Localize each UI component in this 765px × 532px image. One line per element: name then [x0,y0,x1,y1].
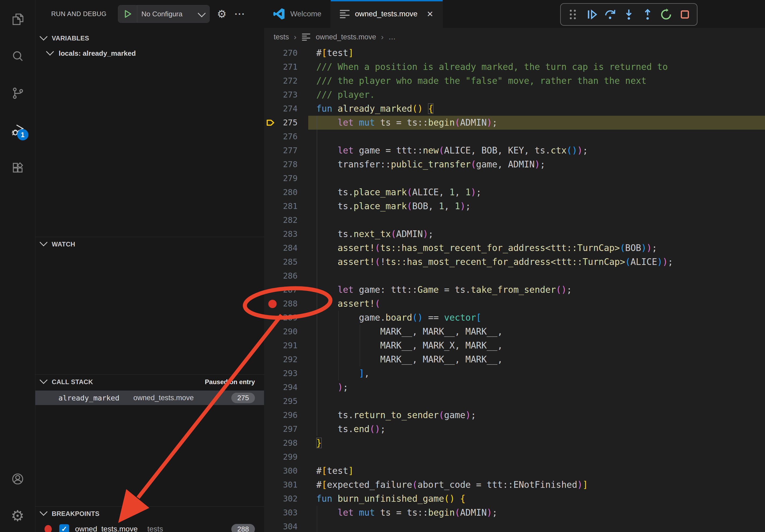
close-icon[interactable]: ✕ [427,9,433,19]
breadcrumb-separator: › [381,32,383,42]
section-watch[interactable]: WATCH [35,237,264,251]
code-line-277: 277 let game = ttt::new(ALICE, BOB, KEY,… [264,143,765,157]
code-line-284: 284 assert!(ts::has_most_recent_for_addr… [264,241,765,255]
line-number[interactable]: 303 [264,506,298,520]
line-number[interactable]: 298 [264,436,298,450]
line-number[interactable]: 290 [264,325,298,339]
toolbar-drag-handle-icon[interactable] [565,7,581,22]
section-breakpoints[interactable]: BREAKPOINTS [35,506,264,521]
line-number[interactable]: 277 [264,143,298,157]
line-number[interactable]: 289 [264,311,298,325]
code-line-298: 298} [264,436,765,450]
line-number[interactable]: 285 [264,255,298,269]
call-stack-frame-row[interactable]: already_marked owned_tests.move 275 [35,391,264,405]
stop-button-icon[interactable] [677,7,693,22]
step-into-button-icon[interactable] [621,7,637,22]
settings-gear-icon[interactable]: ⚙ [10,508,25,523]
code-line-295: 295 [264,394,765,408]
code-line-286: 286 [264,269,765,283]
line-number[interactable]: 270 [264,46,298,60]
indent-guide [317,116,317,436]
line-number[interactable]: 276 [264,130,298,143]
line-number[interactable]: 294 [264,381,298,394]
indent-guide [317,506,317,532]
breakpoint-list-item[interactable]: ✓ owned_tests.move tests 288 [35,522,264,532]
line-number[interactable]: 286 [264,269,298,283]
more-actions-icon[interactable]: ··· [235,9,245,19]
code-line-273: 273/// player. [264,88,765,102]
debug-toolbar [560,3,697,26]
line-number[interactable]: 295 [264,394,298,408]
line-number[interactable]: 296 [264,408,298,422]
breakpoint-gutter-dot[interactable] [268,300,277,308]
activity-bar: 1 ⚙ [0,0,35,532]
line-number[interactable]: 273 [264,88,298,102]
line-number[interactable]: 300 [264,464,298,478]
restart-button-icon[interactable] [658,7,674,22]
line-number[interactable]: 304 [264,520,298,532]
code-line-278: 278 transfer::public_transfer(game, ADMI… [264,157,765,171]
run-debug-icon[interactable]: 1 [10,123,25,138]
frame-line-badge: 275 [231,393,255,403]
code-line-280: 280 ts.place_mark(ALICE, 1, 1); [264,185,765,199]
line-number[interactable]: 279 [264,171,298,185]
tab-welcome[interactable]: Welcome [264,0,331,28]
breadcrumb-item[interactable]: … [388,33,395,41]
extensions-icon[interactable] [10,160,25,175]
tab-owned-tests-move[interactable]: owned_tests.move ✕ [331,0,443,28]
line-number[interactable]: 281 [264,199,298,213]
line-number[interactable]: 283 [264,227,298,241]
launch-config-dropdown[interactable]: No Configura [118,5,210,23]
move-file-icon [340,10,350,18]
breakpoint-dot-icon [45,525,52,532]
line-number[interactable]: 293 [264,367,298,381]
editor-group: Welcome owned_tests.move ✕ tests › owned… [264,0,765,532]
code-line-296: 296 ts.return_to_sender(game); [264,408,765,422]
debug-settings-gear-icon[interactable]: ⚙ [217,8,227,20]
line-number[interactable]: 271 [264,60,298,74]
breakpoint-checkbox[interactable]: ✓ [59,524,69,532]
line-number[interactable]: 274 [264,102,298,116]
line-number[interactable]: 291 [264,339,298,353]
code-line-270: 270#[test] [264,46,765,60]
step-over-button-icon[interactable] [602,7,618,22]
breakpoint-file: owned_tests.move [75,525,138,532]
indent-guide [338,311,339,381]
breadcrumb-item[interactable]: owned_tests.move [316,33,376,41]
line-number[interactable]: 287 [264,283,298,297]
code-line-272: 272/// the player who made the "false" m… [264,74,765,88]
line-number[interactable]: 272 [264,74,298,88]
line-number[interactable]: 280 [264,185,298,199]
section-variables[interactable]: VARIABLES [35,31,264,46]
line-number[interactable]: 301 [264,478,298,492]
chevron-down-icon [40,508,48,516]
line-number[interactable]: 297 [264,422,298,436]
code-line-287: 287 let game: ttt::Game = ts.take_from_s… [264,283,765,297]
section-call-stack[interactable]: CALL STACK Paused on entry [35,375,264,389]
search-icon[interactable] [10,49,25,64]
code-line-294: 294 ); [264,381,765,394]
breadcrumb-item[interactable]: tests [274,33,289,41]
variables-locals-row[interactable]: locals: already_marked [35,46,264,61]
line-number[interactable]: 299 [264,450,298,464]
chevron-down-icon [46,47,54,56]
chevron-down-icon [40,238,48,246]
line-number[interactable]: 302 [264,492,298,506]
line-number[interactable]: 278 [264,157,298,171]
code-line-276: 276 [264,130,765,143]
step-out-button-icon[interactable] [640,7,655,22]
code-line-292: 292 MARK__, MARK__, MARK__, [264,353,765,367]
code-line-303: 303 let mut ts = ts::begin(ADMIN); [264,506,765,520]
line-number[interactable]: 292 [264,353,298,367]
sidebar-title: RUN AND DEBUG [51,10,107,18]
explorer-icon[interactable] [10,12,25,27]
account-icon[interactable] [10,471,25,486]
line-number[interactable]: 284 [264,241,298,255]
code-editor[interactable]: 270#[test]271/// When a position is alre… [264,46,765,532]
source-control-icon[interactable] [10,86,25,101]
start-debug-icon[interactable] [118,5,137,23]
continue-button-icon[interactable] [584,7,599,22]
line-number[interactable]: 282 [264,213,298,227]
vscode-window: 1 ⚙ RUN AND DEBUG No [0,0,765,532]
chevron-down-icon [40,32,48,40]
